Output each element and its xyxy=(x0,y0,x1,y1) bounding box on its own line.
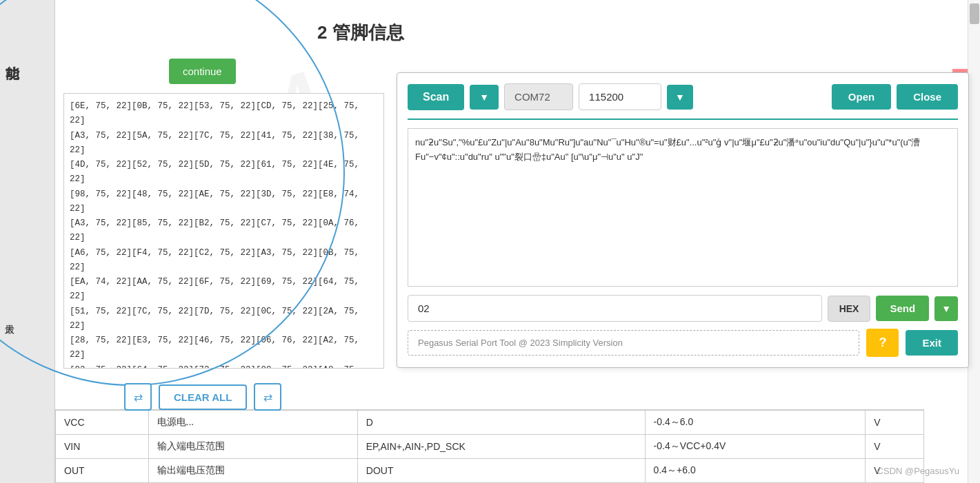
baud-dropdown-button[interactable]: ▼ xyxy=(667,85,693,110)
scan-dropdown-button[interactable]: ▼ xyxy=(470,85,499,110)
table-cell-col1: VCC xyxy=(56,411,149,435)
serial-toolbar: Scan ▼ ▼ Open Close xyxy=(408,83,958,110)
help-button[interactable]: ? xyxy=(866,329,899,357)
page-title: 2 管脚信息 xyxy=(317,21,404,45)
footer-row: Pegasus Serial Port Tool @ 2023 Simplici… xyxy=(408,329,958,357)
clear-all-button[interactable]: CLEAR ALL xyxy=(159,384,247,410)
send-dropdown-button[interactable]: ▼ xyxy=(934,296,958,321)
table-cell-col3: EP,AIN+,AIN-,PD_SCK xyxy=(357,435,645,459)
exit-button[interactable]: Exit xyxy=(906,330,958,356)
table-cell-col1: VIN xyxy=(56,435,149,459)
table-cell-col2: 输出端电压范围 xyxy=(148,459,357,483)
rotate-left-icon: ⇄ xyxy=(134,391,143,404)
scan-button[interactable]: Scan xyxy=(408,84,464,110)
clear-left-icon-button[interactable]: ⇄ xyxy=(124,383,152,411)
table-cell-col3: D xyxy=(357,411,645,435)
table-cell-col3: DOUT xyxy=(357,459,645,483)
com-port-input[interactable] xyxy=(504,83,573,110)
baud-dropdown-icon: ▼ xyxy=(675,92,685,103)
pin-info-table: VCC 电源电... D -0.4～6.0 V VIN 输入端电压范围 EP,A… xyxy=(55,410,924,483)
csdn-credit: CSDN @PegasusYu xyxy=(877,466,959,476)
baud-rate-input[interactable] xyxy=(579,83,661,110)
table-cell-col2: 输入端电压范围 xyxy=(148,435,357,459)
receive-area[interactable]: nu"ƻu"Su","%u"£u"Zu"|u"Au"8u"Mu"Ru"]u"au… xyxy=(408,128,958,287)
table-cell-col5: V xyxy=(866,411,924,435)
table-row: VCC 电源电... D -0.4～6.0 V xyxy=(56,411,924,435)
table-cell-col2: 电源电... xyxy=(148,411,357,435)
close-button[interactable]: Close xyxy=(897,84,958,110)
serial-port-panel: Scan ▼ ▼ Open Close nu"ƻu"Su","%u"£u"Zu"… xyxy=(397,72,969,368)
table-cell-col1: OUT xyxy=(56,459,149,483)
hex-data-panel: [6E, 75, 22][0B, 75, 22][53, 75, 22][CD,… xyxy=(63,93,384,369)
continue-button[interactable]: continue xyxy=(169,59,236,84)
table-cell-col5: V xyxy=(866,435,924,459)
send-row: HEX Send ▼ xyxy=(408,295,958,322)
clear-right-icon-button[interactable]: ⇄ xyxy=(254,383,281,411)
scrollbar[interactable] xyxy=(968,0,980,483)
footer-text: Pegasus Serial Port Tool @ 2023 Simplici… xyxy=(408,330,859,356)
table-row: VIN 输入端电压范围 EP,AIN+,AIN-,PD_SCK -0.4～VCC… xyxy=(56,435,924,459)
send-button[interactable]: Send xyxy=(876,296,929,321)
table-cell-col4: 0.4～+6.0 xyxy=(645,459,866,483)
table-cell-col4: -0.4～6.0 xyxy=(645,411,866,435)
rotate-right-icon: ⇄ xyxy=(263,391,272,404)
clear-all-row: ⇄ CLEAR ALL ⇄ xyxy=(124,383,281,411)
table-cell-col4: -0.4～VCC+0.4V xyxy=(645,435,866,459)
send-input[interactable] xyxy=(408,295,822,322)
table-row: OUT 输出端电压范围 DOUT 0.4～+6.0 V xyxy=(56,459,924,483)
scan-dropdown-icon: ▼ xyxy=(479,92,489,103)
bottom-table: VCC 电源电... D -0.4～6.0 V VIN 输入端电压范围 EP,A… xyxy=(55,409,924,483)
open-button[interactable]: Open xyxy=(832,84,891,110)
hex-content: [6E, 75, 22][0B, 75, 22][53, 75, 22][CD,… xyxy=(70,99,378,369)
hex-toggle-button[interactable]: HEX xyxy=(828,296,871,322)
toolbar-divider xyxy=(408,119,958,120)
send-dropdown-icon: ▼ xyxy=(941,303,951,314)
left-sidebar: 功能 最大 xyxy=(0,0,55,483)
scroll-thumb[interactable] xyxy=(970,3,979,24)
